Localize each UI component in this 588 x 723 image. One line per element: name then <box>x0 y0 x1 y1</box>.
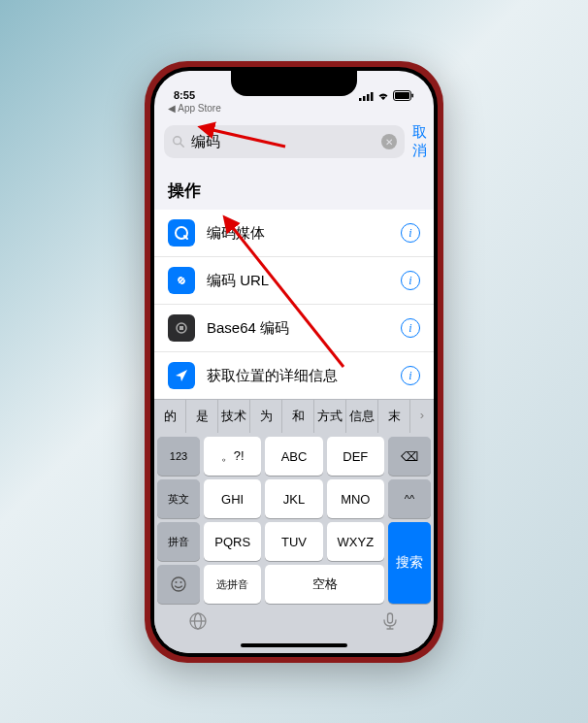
key-punct[interactable]: 。?! <box>204 437 261 476</box>
info-icon[interactable]: i <box>401 318 420 338</box>
svg-line-20 <box>230 224 343 367</box>
home-indicator[interactable] <box>241 643 347 647</box>
candidate[interactable]: 技术 <box>218 400 250 433</box>
wifi-icon <box>376 91 390 101</box>
svg-rect-5 <box>395 92 409 99</box>
svg-rect-2 <box>367 94 370 101</box>
candidate[interactable]: 是 <box>186 400 218 433</box>
svg-rect-0 <box>359 98 362 101</box>
key-pinyin[interactable]: 拼音 <box>157 522 200 561</box>
home-indicator-area <box>154 639 434 652</box>
candidate[interactable]: 和 <box>282 400 314 433</box>
candidate[interactable]: 末 <box>378 400 410 433</box>
clear-icon[interactable]: ✕ <box>381 134 397 149</box>
key-backspace[interactable]: ⌫ <box>388 437 431 476</box>
candidate[interactable]: 信息 <box>346 400 378 433</box>
svg-point-13 <box>176 581 178 583</box>
back-to-app[interactable]: ◀ App Store <box>154 103 434 117</box>
key-select-pinyin[interactable]: 选拼音 <box>204 565 261 604</box>
key-mno[interactable]: MNO <box>327 479 384 518</box>
signal-icon <box>359 91 374 101</box>
key-ghi[interactable]: GHI <box>204 479 261 518</box>
status-time: 8:55 <box>174 89 195 101</box>
key-smile[interactable]: ^^ <box>388 479 431 518</box>
svg-line-19 <box>209 129 285 147</box>
info-icon[interactable]: i <box>401 366 420 385</box>
battery-icon <box>393 90 414 101</box>
cancel-button[interactable]: 取消 <box>412 123 427 160</box>
mic-icon[interactable] <box>378 609 402 633</box>
svg-rect-3 <box>371 92 374 101</box>
key-abc[interactable]: ABC <box>265 437 322 476</box>
svg-rect-1 <box>363 96 366 101</box>
candidate-bar: 的 是 技术 为 和 方式 信息 末 › <box>154 399 434 433</box>
key-wxyz[interactable]: WXYZ <box>327 522 384 561</box>
key-123[interactable]: 123 <box>157 437 200 476</box>
search-icon <box>172 135 185 148</box>
location-icon <box>168 362 195 389</box>
section-header: 操作 <box>154 166 434 210</box>
key-english[interactable]: 英文 <box>157 479 200 518</box>
svg-point-14 <box>180 581 182 583</box>
keyboard: 123 。?! ABC DEF ⌫ 英文 GHI JKL MNO ^^ 拼音 P… <box>154 433 434 639</box>
key-space[interactable]: 空格 <box>265 565 384 604</box>
info-icon[interactable]: i <box>401 271 420 290</box>
phone-frame: 8:55 ◀ App Store ✕ 取消 操作 <box>145 61 443 663</box>
annotation-arrow-1 <box>203 123 290 156</box>
globe-icon[interactable] <box>186 609 210 633</box>
candidate[interactable]: 方式 <box>314 400 346 433</box>
candidate-expand[interactable]: › <box>410 400 434 433</box>
phone-bezel: 8:55 ◀ App Store ✕ 取消 操作 <box>150 67 438 657</box>
svg-line-8 <box>180 144 184 148</box>
info-icon[interactable]: i <box>401 223 420 243</box>
svg-point-12 <box>172 577 185 591</box>
key-def[interactable]: DEF <box>327 437 384 476</box>
key-pqrs[interactable]: PQRS <box>204 522 261 561</box>
status-right <box>359 90 414 101</box>
candidate[interactable]: 的 <box>154 400 186 433</box>
svg-rect-18 <box>388 613 393 623</box>
link-icon <box>168 267 195 294</box>
key-search[interactable]: 搜索 <box>388 522 431 604</box>
search-row: ✕ 取消 <box>154 117 434 166</box>
annotation-arrow-2 <box>222 216 348 376</box>
notch <box>231 71 357 96</box>
key-tuv[interactable]: TUV <box>265 522 322 561</box>
svg-rect-11 <box>180 326 183 330</box>
quicktime-icon <box>168 219 195 246</box>
candidate[interactable]: 为 <box>250 400 282 433</box>
svg-rect-6 <box>412 94 414 98</box>
key-jkl[interactable]: JKL <box>265 479 322 518</box>
base64-icon <box>168 314 195 342</box>
screen: 8:55 ◀ App Store ✕ 取消 操作 <box>154 71 434 653</box>
smile-icon <box>170 575 187 593</box>
key-emoji[interactable] <box>157 565 200 604</box>
